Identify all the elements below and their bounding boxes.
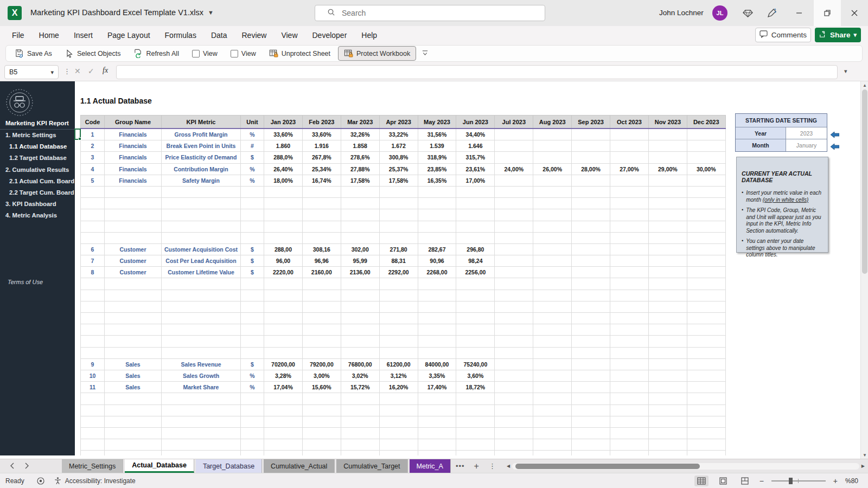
cell[interactable] <box>105 221 162 233</box>
cell[interactable] <box>533 255 572 267</box>
cell[interactable] <box>380 348 418 359</box>
cell[interactable] <box>81 348 105 359</box>
cell[interactable]: # <box>241 140 264 152</box>
cell[interactable] <box>303 313 341 324</box>
cell[interactable] <box>303 324 341 336</box>
cell[interactable] <box>649 233 687 244</box>
cell[interactable] <box>456 324 495 336</box>
cell[interactable] <box>495 187 533 198</box>
cell[interactable] <box>649 301 687 313</box>
menu-tab-developer[interactable]: Developer <box>312 31 347 40</box>
cell[interactable]: Financials <box>105 129 162 140</box>
cell[interactable]: 1.672 <box>380 140 418 152</box>
select-objects-button[interactable]: Select Objects <box>60 47 126 60</box>
cell[interactable] <box>610 393 649 404</box>
cell[interactable] <box>610 233 649 244</box>
cell[interactable] <box>533 313 572 324</box>
cell[interactable]: 27,00% <box>610 164 649 175</box>
cell[interactable]: 308,16 <box>303 244 341 255</box>
cell[interactable]: 17,04% <box>264 382 303 393</box>
cell[interactable]: % <box>241 164 264 175</box>
cell[interactable] <box>341 393 380 404</box>
cell[interactable] <box>380 439 418 451</box>
cell[interactable] <box>610 290 649 301</box>
cell[interactable] <box>241 405 264 416</box>
cell[interactable] <box>105 209 162 221</box>
cell[interactable] <box>81 324 105 336</box>
menu-tab-review[interactable]: Review <box>242 31 267 40</box>
cell[interactable] <box>456 290 495 301</box>
cell[interactable] <box>264 428 303 439</box>
cell[interactable] <box>264 313 303 324</box>
cell[interactable] <box>572 267 610 278</box>
cell[interactable] <box>105 336 162 347</box>
scroll-right-icon[interactable]: ▶ <box>859 464 867 468</box>
cell[interactable] <box>495 209 533 221</box>
cell[interactable] <box>687 198 726 209</box>
cell[interactable] <box>380 233 418 244</box>
cell[interactable] <box>241 336 264 347</box>
cell[interactable] <box>572 393 610 404</box>
cell[interactable] <box>687 221 726 233</box>
cell[interactable] <box>380 290 418 301</box>
cell[interactable] <box>341 348 380 359</box>
cell[interactable] <box>649 359 687 370</box>
cell[interactable]: Customer <box>105 255 162 267</box>
cell[interactable] <box>610 451 649 455</box>
cell[interactable] <box>264 416 303 428</box>
cell[interactable] <box>610 278 649 290</box>
cell[interactable] <box>572 336 610 347</box>
cell[interactable]: 28,00% <box>572 164 610 175</box>
cell[interactable]: Customer <box>105 244 162 255</box>
cell[interactable] <box>610 324 649 336</box>
cell[interactable] <box>418 451 457 455</box>
cell[interactable] <box>533 393 572 404</box>
cell[interactable] <box>456 278 495 290</box>
save-as-button[interactable]: Save As <box>9 47 58 60</box>
cell[interactable] <box>162 451 241 455</box>
normal-view-button[interactable] <box>694 476 709 486</box>
cell[interactable]: 98,24 <box>456 255 495 267</box>
vertical-scrollbar-thumb[interactable] <box>862 89 867 274</box>
cell[interactable] <box>572 244 610 255</box>
cell[interactable] <box>687 209 726 221</box>
cell[interactable] <box>649 451 687 455</box>
cell[interactable] <box>687 301 726 313</box>
cell[interactable] <box>303 416 341 428</box>
diamond-premium-icon[interactable] <box>741 7 754 20</box>
cell[interactable] <box>610 267 649 278</box>
cell[interactable] <box>495 290 533 301</box>
cell[interactable] <box>533 152 572 163</box>
more-sheets-icon[interactable]: ••• <box>451 459 470 473</box>
cell[interactable]: 16,35% <box>418 175 457 187</box>
zoom-out-button[interactable]: − <box>760 477 764 485</box>
menu-tab-data[interactable]: Data <box>211 31 227 40</box>
cell[interactable]: Financials <box>105 175 162 187</box>
cell[interactable] <box>687 313 726 324</box>
cell[interactable] <box>380 221 418 233</box>
cell[interactable] <box>687 175 726 187</box>
cell[interactable] <box>610 152 649 163</box>
cell[interactable]: 1.646 <box>456 140 495 152</box>
cell[interactable] <box>649 152 687 163</box>
cell[interactable] <box>380 187 418 198</box>
cell[interactable] <box>687 451 726 455</box>
cell[interactable] <box>495 428 533 439</box>
cell[interactable] <box>610 244 649 255</box>
cell[interactable]: 24,00% <box>495 164 533 175</box>
cell[interactable] <box>264 451 303 455</box>
cell[interactable] <box>495 140 533 152</box>
cell[interactable] <box>495 416 533 428</box>
cell[interactable]: 95,99 <box>341 255 380 267</box>
cell[interactable]: 90,96 <box>418 255 457 267</box>
cell[interactable] <box>380 198 418 209</box>
cell[interactable] <box>610 301 649 313</box>
cell[interactable] <box>456 348 495 359</box>
cell[interactable] <box>572 221 610 233</box>
cell[interactable] <box>303 290 341 301</box>
cell[interactable] <box>649 187 687 198</box>
comments-button[interactable]: Comments <box>755 28 811 42</box>
cell[interactable] <box>264 187 303 198</box>
cell[interactable] <box>687 393 726 404</box>
cell[interactable] <box>649 209 687 221</box>
